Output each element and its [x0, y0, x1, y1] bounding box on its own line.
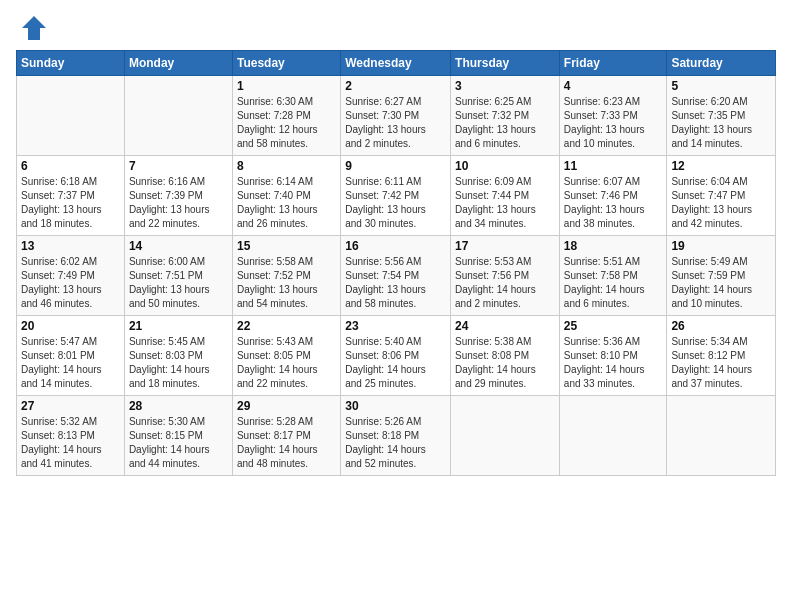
cell-info: Sunrise: 6:11 AM Sunset: 7:42 PM Dayligh… — [345, 175, 446, 231]
page: SundayMondayTuesdayWednesdayThursdayFrid… — [0, 0, 792, 612]
logo-icon — [20, 14, 48, 42]
calendar-cell: 7Sunrise: 6:16 AM Sunset: 7:39 PM Daylig… — [124, 156, 232, 236]
calendar-cell: 1Sunrise: 6:30 AM Sunset: 7:28 PM Daylig… — [232, 76, 340, 156]
weekday-wednesday: Wednesday — [341, 51, 451, 76]
calendar-cell: 11Sunrise: 6:07 AM Sunset: 7:46 PM Dayli… — [559, 156, 667, 236]
cell-info: Sunrise: 6:18 AM Sunset: 7:37 PM Dayligh… — [21, 175, 120, 231]
day-number: 23 — [345, 319, 446, 333]
day-number: 24 — [455, 319, 555, 333]
cell-info: Sunrise: 6:07 AM Sunset: 7:46 PM Dayligh… — [564, 175, 663, 231]
calendar-cell: 23Sunrise: 5:40 AM Sunset: 8:06 PM Dayli… — [341, 316, 451, 396]
cell-info: Sunrise: 6:04 AM Sunset: 7:47 PM Dayligh… — [671, 175, 771, 231]
day-number: 11 — [564, 159, 663, 173]
calendar-cell: 20Sunrise: 5:47 AM Sunset: 8:01 PM Dayli… — [17, 316, 125, 396]
day-number: 16 — [345, 239, 446, 253]
day-number: 9 — [345, 159, 446, 173]
calendar-week-row: 1Sunrise: 6:30 AM Sunset: 7:28 PM Daylig… — [17, 76, 776, 156]
calendar-cell — [559, 396, 667, 476]
day-number: 20 — [21, 319, 120, 333]
weekday-sunday: Sunday — [17, 51, 125, 76]
calendar-week-row: 6Sunrise: 6:18 AM Sunset: 7:37 PM Daylig… — [17, 156, 776, 236]
cell-info: Sunrise: 5:53 AM Sunset: 7:56 PM Dayligh… — [455, 255, 555, 311]
calendar-cell: 6Sunrise: 6:18 AM Sunset: 7:37 PM Daylig… — [17, 156, 125, 236]
day-number: 28 — [129, 399, 228, 413]
cell-info: Sunrise: 6:02 AM Sunset: 7:49 PM Dayligh… — [21, 255, 120, 311]
day-number: 10 — [455, 159, 555, 173]
cell-info: Sunrise: 6:00 AM Sunset: 7:51 PM Dayligh… — [129, 255, 228, 311]
svg-marker-0 — [22, 16, 46, 40]
cell-info: Sunrise: 5:26 AM Sunset: 8:18 PM Dayligh… — [345, 415, 446, 471]
day-number: 26 — [671, 319, 771, 333]
day-number: 1 — [237, 79, 336, 93]
logo — [16, 12, 48, 42]
cell-info: Sunrise: 5:47 AM Sunset: 8:01 PM Dayligh… — [21, 335, 120, 391]
calendar-cell: 17Sunrise: 5:53 AM Sunset: 7:56 PM Dayli… — [451, 236, 560, 316]
cell-info: Sunrise: 6:16 AM Sunset: 7:39 PM Dayligh… — [129, 175, 228, 231]
calendar-cell: 10Sunrise: 6:09 AM Sunset: 7:44 PM Dayli… — [451, 156, 560, 236]
day-number: 19 — [671, 239, 771, 253]
calendar-cell — [17, 76, 125, 156]
cell-info: Sunrise: 5:49 AM Sunset: 7:59 PM Dayligh… — [671, 255, 771, 311]
day-number: 17 — [455, 239, 555, 253]
cell-info: Sunrise: 5:28 AM Sunset: 8:17 PM Dayligh… — [237, 415, 336, 471]
calendar-cell — [451, 396, 560, 476]
day-number: 27 — [21, 399, 120, 413]
day-number: 21 — [129, 319, 228, 333]
cell-info: Sunrise: 5:32 AM Sunset: 8:13 PM Dayligh… — [21, 415, 120, 471]
header — [16, 12, 776, 42]
calendar-cell: 18Sunrise: 5:51 AM Sunset: 7:58 PM Dayli… — [559, 236, 667, 316]
weekday-tuesday: Tuesday — [232, 51, 340, 76]
day-number: 29 — [237, 399, 336, 413]
cell-info: Sunrise: 5:34 AM Sunset: 8:12 PM Dayligh… — [671, 335, 771, 391]
cell-info: Sunrise: 5:38 AM Sunset: 8:08 PM Dayligh… — [455, 335, 555, 391]
day-number: 13 — [21, 239, 120, 253]
calendar-cell: 29Sunrise: 5:28 AM Sunset: 8:17 PM Dayli… — [232, 396, 340, 476]
calendar-cell: 26Sunrise: 5:34 AM Sunset: 8:12 PM Dayli… — [667, 316, 776, 396]
cell-info: Sunrise: 6:23 AM Sunset: 7:33 PM Dayligh… — [564, 95, 663, 151]
calendar-week-row: 13Sunrise: 6:02 AM Sunset: 7:49 PM Dayli… — [17, 236, 776, 316]
cell-info: Sunrise: 5:36 AM Sunset: 8:10 PM Dayligh… — [564, 335, 663, 391]
day-number: 25 — [564, 319, 663, 333]
calendar-cell: 15Sunrise: 5:58 AM Sunset: 7:52 PM Dayli… — [232, 236, 340, 316]
day-number: 12 — [671, 159, 771, 173]
calendar-cell: 14Sunrise: 6:00 AM Sunset: 7:51 PM Dayli… — [124, 236, 232, 316]
calendar-table: SundayMondayTuesdayWednesdayThursdayFrid… — [16, 50, 776, 476]
weekday-monday: Monday — [124, 51, 232, 76]
calendar-cell: 21Sunrise: 5:45 AM Sunset: 8:03 PM Dayli… — [124, 316, 232, 396]
cell-info: Sunrise: 6:27 AM Sunset: 7:30 PM Dayligh… — [345, 95, 446, 151]
cell-info: Sunrise: 5:45 AM Sunset: 8:03 PM Dayligh… — [129, 335, 228, 391]
calendar-cell — [667, 396, 776, 476]
calendar-cell: 12Sunrise: 6:04 AM Sunset: 7:47 PM Dayli… — [667, 156, 776, 236]
day-number: 18 — [564, 239, 663, 253]
calendar-cell: 5Sunrise: 6:20 AM Sunset: 7:35 PM Daylig… — [667, 76, 776, 156]
weekday-header-row: SundayMondayTuesdayWednesdayThursdayFrid… — [17, 51, 776, 76]
day-number: 4 — [564, 79, 663, 93]
day-number: 5 — [671, 79, 771, 93]
cell-info: Sunrise: 5:51 AM Sunset: 7:58 PM Dayligh… — [564, 255, 663, 311]
cell-info: Sunrise: 5:58 AM Sunset: 7:52 PM Dayligh… — [237, 255, 336, 311]
weekday-thursday: Thursday — [451, 51, 560, 76]
day-number: 7 — [129, 159, 228, 173]
day-number: 8 — [237, 159, 336, 173]
cell-info: Sunrise: 6:30 AM Sunset: 7:28 PM Dayligh… — [237, 95, 336, 151]
day-number: 2 — [345, 79, 446, 93]
cell-info: Sunrise: 6:14 AM Sunset: 7:40 PM Dayligh… — [237, 175, 336, 231]
calendar-cell: 28Sunrise: 5:30 AM Sunset: 8:15 PM Dayli… — [124, 396, 232, 476]
calendar-cell: 30Sunrise: 5:26 AM Sunset: 8:18 PM Dayli… — [341, 396, 451, 476]
cell-info: Sunrise: 6:20 AM Sunset: 7:35 PM Dayligh… — [671, 95, 771, 151]
day-number: 6 — [21, 159, 120, 173]
day-number: 30 — [345, 399, 446, 413]
calendar-cell: 4Sunrise: 6:23 AM Sunset: 7:33 PM Daylig… — [559, 76, 667, 156]
cell-info: Sunrise: 5:40 AM Sunset: 8:06 PM Dayligh… — [345, 335, 446, 391]
calendar-cell: 13Sunrise: 6:02 AM Sunset: 7:49 PM Dayli… — [17, 236, 125, 316]
cell-info: Sunrise: 5:43 AM Sunset: 8:05 PM Dayligh… — [237, 335, 336, 391]
calendar-cell: 24Sunrise: 5:38 AM Sunset: 8:08 PM Dayli… — [451, 316, 560, 396]
calendar-cell: 19Sunrise: 5:49 AM Sunset: 7:59 PM Dayli… — [667, 236, 776, 316]
day-number: 3 — [455, 79, 555, 93]
calendar-cell: 9Sunrise: 6:11 AM Sunset: 7:42 PM Daylig… — [341, 156, 451, 236]
calendar-cell: 16Sunrise: 5:56 AM Sunset: 7:54 PM Dayli… — [341, 236, 451, 316]
calendar-cell: 27Sunrise: 5:32 AM Sunset: 8:13 PM Dayli… — [17, 396, 125, 476]
weekday-friday: Friday — [559, 51, 667, 76]
cell-info: Sunrise: 5:30 AM Sunset: 8:15 PM Dayligh… — [129, 415, 228, 471]
cell-info: Sunrise: 6:09 AM Sunset: 7:44 PM Dayligh… — [455, 175, 555, 231]
